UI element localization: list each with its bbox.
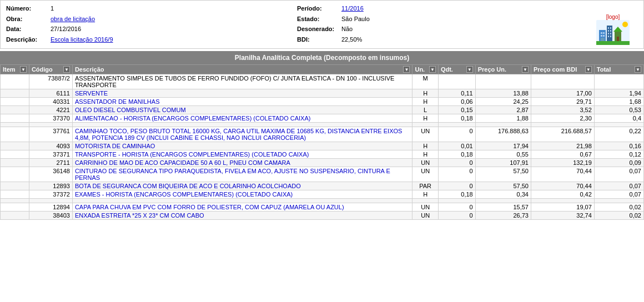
cell-item [1,182,29,190]
cell-qdt [438,199,475,203]
sort-codigo-icon[interactable]: ▼ [63,66,70,73]
cell-preco-bdi: 0,42 [531,190,594,199]
cell-item [1,142,29,150]
cell-descricao: CINTURAO DE SEGURANCA TIPO PARAQUEDISTA,… [72,167,412,182]
cell-total: 0,16 [594,142,643,150]
sort-preco-unit-icon[interactable]: ▼ [522,66,529,73]
obra-value: obra de licitação [51,14,95,24]
cell-item [1,203,29,212]
cell-descricao: EXAMES - HORISTA (ENCARGOS COMPLEMENTARE… [72,190,412,199]
cell-preco-bdi: 216.688,57 [531,127,594,142]
cell-qdt: 0 [438,159,475,167]
table-header-row: Item ▼ Código ▼ Descrição ▼ Un. ▼ [1,65,644,74]
header-left: Número: 1 Obra: obra de licitação Data: … [6,4,297,45]
col-header-codigo[interactable]: Código ▼ [29,65,72,74]
cell-un: L [412,106,438,114]
cell-item [1,123,29,127]
cell-preco-bdi: 0,67 [531,150,594,159]
sort-preco-bdi-icon[interactable]: ▼ [585,66,592,73]
cell-preco-bdi: 32,74 [531,212,594,220]
col-header-qdt[interactable]: Qdt. ▼ [438,65,475,74]
periodo-label: Período: [297,4,341,13]
table-row: 36148CINTURAO DE SEGURANCA TIPO PARAQUED… [1,167,644,182]
cell-un: UN [412,203,438,212]
cell-qdt: 0,11 [438,89,475,98]
cell-codigo: 38403 [29,212,72,220]
desonerado-label: Desonerado: [297,24,341,34]
table-row: 37761CAMINHAO TOCO, PESO BRUTO TOTAL 160… [1,127,644,142]
cell-un: M [412,74,438,89]
cell-preco-bdi: 132,19 [531,159,594,167]
cell-total: 1,68 [594,98,643,106]
cell-descricao: ALIMENTACAO - HORISTA (ENCARGOS COMPLEME… [72,114,412,123]
cell-item [1,159,29,167]
cell-qdt [438,123,475,127]
svg-rect-7 [607,26,612,41]
table-row: 12893BOTA DE SEGURANCA COM BIQUEIRA DE A… [1,182,644,190]
svg-rect-10 [608,30,609,32]
obra-label: Obra: [6,14,51,24]
header: Número: 1 Obra: obra de licitação Data: … [0,0,644,49]
cell-qdt: 0 [438,182,475,190]
cell-descricao: OLEO DIESEL COMBUSTIVEL COMUM [72,106,412,114]
cell-un: H [412,114,438,123]
sort-un-icon[interactable]: ▼ [429,66,436,73]
cell-preco-unit: 13,88 [475,89,531,98]
sort-descricao-icon[interactable]: ▼ [403,66,410,73]
cell-item [1,199,29,203]
col-header-item[interactable]: Item ▼ [1,65,29,74]
table-row: 4221OLEO DIESEL COMBUSTIVEL COMUML0,152,… [1,106,644,114]
col-header-total[interactable]: Total ▼ [594,65,643,74]
table-title: Planilha Analítica Completa (Decomposto … [0,51,644,64]
cell-total: 0,02 [594,203,643,212]
cell-preco-bdi: 21,98 [531,142,594,150]
data-label: Data: [6,24,51,34]
cell-un: H [412,150,438,159]
cell-codigo: 37371 [29,150,72,159]
svg-rect-9 [610,27,611,29]
cell-codigo: 4093 [29,142,72,150]
table-row: 73887/2ASSENTAMENTO SIMPLES DE TUBOS DE … [1,74,644,89]
cell-codigo [29,199,72,203]
cell-qdt: 0,18 [438,150,475,159]
sort-total-icon[interactable]: ▼ [635,66,641,73]
cell-preco-bdi: 17,00 [531,89,594,98]
cell-codigo [29,123,72,127]
cell-total: 0,53 [594,106,643,114]
cell-codigo: 6111 [29,89,72,98]
cell-codigo: 36148 [29,167,72,182]
cell-un [412,199,438,203]
cell-descricao: BOTA DE SEGURANCA COM BIQUEIRA DE ACO E … [72,182,412,190]
col-header-descricao[interactable]: Descrição ▼ [72,65,412,74]
col-header-preco-bdi[interactable]: Preço com BDI ▼ [531,65,594,74]
col-header-un[interactable]: Un. ▼ [412,65,438,74]
cell-item [1,212,29,220]
svg-rect-8 [608,27,609,29]
cell-qdt: 0,18 [438,190,475,199]
cell-preco-bdi: 70,44 [531,182,594,190]
cell-descricao: ASSENTAMENTO SIMPLES DE TUBOS DE FERRO F… [72,74,412,89]
periodo-value: 11/2016 [341,4,364,13]
cell-qdt: 0 [438,212,475,220]
cell-descricao: ASSENTADOR DE MANILHAS [72,98,412,106]
cell-codigo: 2711 [29,159,72,167]
cell-preco-bdi: 2,30 [531,114,594,123]
logo-area: [logo] [588,4,638,45]
cell-preco-unit: 26,73 [475,212,531,220]
cell-codigo: 37761 [29,127,72,142]
cell-preco-bdi [531,123,594,127]
sort-item-icon[interactable]: ▼ [20,66,27,73]
svg-rect-3 [603,32,605,34]
cell-preco-bdi: 70,44 [531,167,594,182]
cell-preco-unit [475,123,531,127]
table-row: 37372EXAMES - HORISTA (ENCARGOS COMPLEME… [1,190,644,199]
sort-qdt-icon[interactable]: ▼ [466,66,473,73]
table-row: 38403ENXADA ESTREITA *25 X 23* CM COM CA… [1,212,644,220]
cell-preco-unit: 24,25 [475,98,531,106]
data-value: 27/12/2016 [51,24,81,34]
cell-total: 0,09 [594,159,643,167]
col-header-preco-unit[interactable]: Preço Un. ▼ [475,65,531,74]
cell-qdt [438,74,475,89]
header-right: Período: 11/2016 Estado: São Paulo Deson… [297,4,588,45]
cell-preco-unit: 1,88 [475,114,531,123]
